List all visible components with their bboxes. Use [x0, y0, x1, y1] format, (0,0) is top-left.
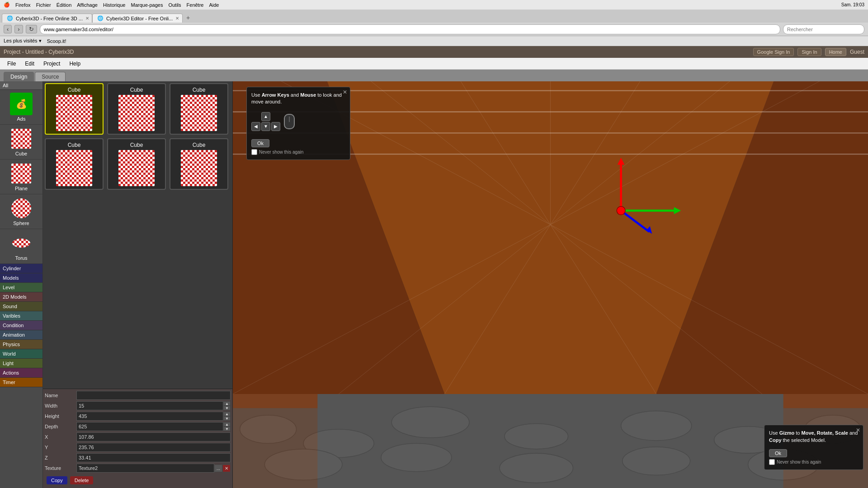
- nav-hint-close[interactable]: ✕: [343, 89, 347, 95]
- sidebar-cat-timer[interactable]: Timer: [0, 378, 42, 387]
- tab-close-1[interactable]: ✕: [175, 16, 179, 21]
- nav-hint-ok-button[interactable]: Ok: [251, 139, 269, 147]
- menu-project[interactable]: Project: [40, 60, 64, 68]
- object-card-5[interactable]: Cube: [170, 138, 228, 190]
- prop-y-input[interactable]: [76, 443, 231, 452]
- back-button[interactable]: ‹: [4, 25, 12, 33]
- sidebar-cat-condition[interactable]: Condition: [0, 321, 42, 330]
- prop-x-input[interactable]: [76, 432, 231, 441]
- sidebar-cat-cylinder[interactable]: Cylinder: [0, 264, 42, 273]
- sidebar-cat-world[interactable]: World: [0, 349, 42, 359]
- menu-edit[interactable]: Edit: [21, 60, 38, 68]
- copy-button[interactable]: Copy: [47, 476, 67, 484]
- apple-icon[interactable]: 🍎: [4, 2, 10, 8]
- tab-source[interactable]: Source: [35, 72, 66, 81]
- prop-height-input[interactable]: [76, 412, 223, 421]
- sidebar-item-cube[interactable]: Cube: [0, 125, 42, 160]
- prop-height-up[interactable]: ▲: [223, 412, 231, 416]
- object-card-thumb-3: [56, 150, 92, 186]
- gizmo-hint-close[interactable]: ✕: [856, 427, 860, 433]
- browser-tab-1[interactable]: 🌐 Cyberix3D Editor - Free Onli... ✕: [92, 14, 183, 23]
- sign-in-button[interactable]: Sign In: [797, 48, 821, 56]
- sidebar-cat-light[interactable]: Light: [0, 359, 42, 368]
- object-card-1[interactable]: Cube: [107, 83, 166, 135]
- prop-width-down[interactable]: ▼: [223, 406, 231, 410]
- nav-hint-never-show-checkbox[interactable]: [251, 149, 257, 155]
- prop-width-up[interactable]: ▲: [223, 401, 231, 406]
- brick-scene: ✕ Use Arrow Keys and Mouse to look and m…: [233, 81, 868, 488]
- new-tab-button[interactable]: +: [183, 13, 193, 23]
- prop-depth-up[interactable]: ▲: [223, 422, 231, 427]
- browser-tab-0[interactable]: 🌐 Cyberix3D - Free Online 3D ... ✕: [2, 14, 92, 23]
- prop-width-input[interactable]: [76, 401, 223, 410]
- gizmo-hint-checkbox-row: Never show this again: [769, 459, 859, 465]
- prop-height-down[interactable]: ▼: [223, 416, 231, 421]
- object-card-thumb-1: [118, 95, 155, 131]
- sidebar-item-plane[interactable]: Plane: [0, 160, 42, 194]
- tab-label-1: Cyberix3D Editor - Free Onli...: [106, 16, 173, 21]
- viewport[interactable]: ✕ Use Arrow Keys and Mouse to look and m…: [233, 81, 868, 488]
- menu-historique[interactable]: Historique: [103, 2, 126, 8]
- sidebar-cat-animation[interactable]: Animation: [0, 330, 42, 340]
- object-card-label-5: Cube: [193, 142, 206, 148]
- url-bar[interactable]: [40, 24, 780, 34]
- sidebar-cat-sound[interactable]: Sound: [0, 302, 42, 311]
- browser-tabs: 🌐 Cyberix3D - Free Online 3D ... ✕ 🌐 Cyb…: [0, 10, 868, 23]
- delete-button[interactable]: Delete: [70, 476, 94, 484]
- home-button[interactable]: Home: [825, 48, 846, 56]
- nav-hint-checkbox-row: Never show this again: [251, 149, 345, 155]
- google-sign-in-button[interactable]: Google Sign In: [753, 48, 794, 56]
- menu-file[interactable]: File: [4, 60, 19, 68]
- svg-point-21: [264, 449, 342, 480]
- gizmo-hint-ok-button[interactable]: Ok: [769, 449, 787, 457]
- object-card-3[interactable]: Cube: [45, 138, 104, 190]
- prop-depth-down[interactable]: ▼: [223, 427, 231, 431]
- object-card-0[interactable]: Cube: [45, 83, 104, 135]
- search-bar[interactable]: [783, 24, 864, 34]
- menu-outils[interactable]: Outils: [168, 2, 181, 8]
- prop-texture-input[interactable]: [76, 464, 214, 473]
- key-right: ▶: [271, 122, 280, 131]
- sidebar-cat-physics[interactable]: Physics: [0, 340, 42, 349]
- prop-name-row: Name: [45, 391, 231, 400]
- menu-affichage[interactable]: Affichage: [77, 2, 98, 8]
- sidebar-item-ads[interactable]: 💰 Ads: [0, 90, 42, 125]
- object-card-2[interactable]: Cube: [170, 83, 228, 135]
- menu-help[interactable]: Help: [66, 60, 84, 68]
- objects-grid[interactable]: Cube Cube Cube Cube Cube: [43, 81, 232, 389]
- prop-name-input[interactable]: [76, 391, 231, 400]
- app-menu: File Edit Project Help: [0, 58, 868, 70]
- tab-favicon-1: 🌐: [97, 15, 104, 21]
- menu-firefox[interactable]: Firefox: [15, 2, 31, 8]
- bookmark-1[interactable]: Scoop.it!: [47, 38, 66, 44]
- plane-icon: [10, 162, 33, 185]
- bookmark-0[interactable]: Les plus visités ▾: [4, 38, 42, 44]
- prop-z-input[interactable]: [76, 453, 231, 462]
- center-panel: Cube Cube Cube Cube Cube: [43, 81, 233, 488]
- prop-z-label: Z: [45, 455, 76, 460]
- prop-depth-input[interactable]: [76, 422, 223, 431]
- sidebar-item-torus[interactable]: Torus: [0, 229, 42, 264]
- menu-aide[interactable]: Aide: [209, 2, 219, 8]
- menu-fenetre[interactable]: Fenêtre: [187, 2, 204, 8]
- menu-marquepages[interactable]: Marque-pages: [131, 2, 163, 8]
- system-time: Sam. 19:03: [841, 2, 864, 7]
- reload-button[interactable]: ↻: [26, 25, 37, 33]
- forward-button[interactable]: ›: [14, 25, 23, 33]
- tab-design[interactable]: Design: [4, 72, 34, 81]
- sidebar-cat-variables[interactable]: Varibles: [0, 311, 42, 321]
- menu-edition[interactable]: Édition: [57, 2, 72, 8]
- tab-close-0[interactable]: ✕: [85, 16, 89, 21]
- sidebar-cat-level[interactable]: Level: [0, 283, 42, 292]
- sidebar-cat-models[interactable]: Models: [0, 273, 42, 283]
- menu-fichier[interactable]: Fichier: [36, 2, 51, 8]
- gizmo-hint-never-show-checkbox[interactable]: [769, 459, 775, 465]
- gizmo-hint-text: Use Gizmo to Move, Rotate, Scale and Cop…: [769, 430, 859, 444]
- svg-point-24: [623, 447, 690, 475]
- sidebar-item-sphere[interactable]: Sphere: [0, 194, 42, 229]
- sidebar-cat-2dmodels[interactable]: 2D Models: [0, 292, 42, 302]
- sidebar-cat-actions[interactable]: Actions: [0, 368, 42, 378]
- prop-texture-clear[interactable]: ✕: [222, 465, 231, 472]
- prop-texture-browse[interactable]: ...: [214, 465, 222, 472]
- object-card-4[interactable]: Cube: [107, 138, 166, 190]
